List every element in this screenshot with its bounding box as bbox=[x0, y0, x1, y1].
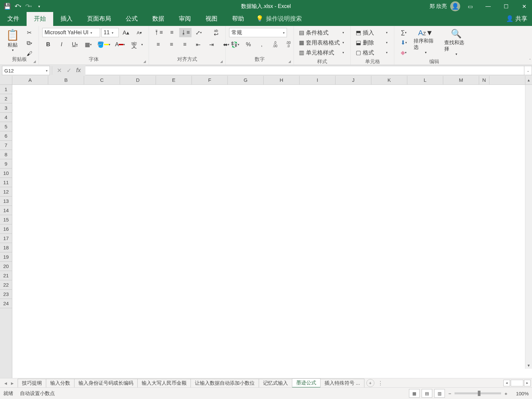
increase-indent-button[interactable]: ⇥ bbox=[205, 40, 217, 49]
clipboard-dialog-launcher[interactable]: ◢ bbox=[33, 60, 36, 63]
format-as-table-button[interactable]: ▦ 套用表格格式▾ bbox=[297, 38, 346, 47]
tab-page-layout[interactable]: 页面布局 bbox=[80, 12, 118, 26]
tab-nav-prev-icon[interactable]: ◂ bbox=[3, 380, 9, 386]
percent-format-button[interactable]: % bbox=[242, 40, 254, 49]
zoom-in-button[interactable]: + bbox=[504, 391, 507, 396]
row-header[interactable]: 24 bbox=[0, 299, 12, 308]
enter-formula-button[interactable]: ✓ bbox=[66, 67, 71, 74]
row-header[interactable]: 7 bbox=[0, 141, 12, 150]
row-header[interactable]: 8 bbox=[0, 150, 12, 159]
row-header[interactable]: 1 bbox=[0, 85, 12, 94]
column-header[interactable]: B bbox=[48, 76, 84, 84]
minimize-button[interactable]: — bbox=[480, 0, 496, 13]
increase-font-button[interactable]: A▴ bbox=[120, 28, 132, 37]
italic-button[interactable]: I bbox=[56, 40, 67, 49]
vertical-scrollbar[interactable]: ▼ bbox=[525, 85, 532, 369]
tab-insert[interactable]: 插入 bbox=[53, 12, 80, 26]
row-header[interactable]: 6 bbox=[0, 131, 12, 141]
underline-button[interactable]: U▾ bbox=[69, 40, 81, 49]
redo-button[interactable]: ↷▾ bbox=[24, 2, 33, 11]
row-header[interactable]: 12 bbox=[0, 187, 12, 197]
collapse-ribbon-button[interactable]: ˆ bbox=[529, 59, 531, 63]
row-header[interactable]: 13 bbox=[0, 197, 12, 206]
name-box[interactable]: G12▾ bbox=[2, 66, 50, 75]
sheet-tab-1[interactable]: 技巧提纲 bbox=[18, 379, 46, 387]
close-button[interactable]: ✕ bbox=[516, 0, 532, 13]
cells-grid[interactable] bbox=[12, 85, 532, 378]
tab-help[interactable]: 帮助 bbox=[225, 12, 251, 26]
align-top-button[interactable]: ⭱≡ bbox=[152, 28, 165, 37]
orientation-button[interactable]: ⤢▾ bbox=[193, 28, 205, 37]
autosum-button[interactable]: ∑▾ bbox=[398, 28, 410, 37]
accounting-format-button[interactable]: 💱▾ bbox=[229, 40, 241, 49]
increase-decimal-button[interactable]: .0.00 bbox=[269, 40, 281, 49]
tab-file[interactable]: 文件 bbox=[0, 12, 27, 26]
tab-nav-next-icon[interactable]: ▸ bbox=[9, 380, 15, 386]
page-break-view-button[interactable]: ▥ bbox=[434, 389, 445, 398]
cell-styles-button[interactable]: ▥ 单元格样式▾ bbox=[297, 48, 346, 57]
borders-button[interactable]: ▦▾ bbox=[82, 40, 94, 49]
column-header[interactable]: L bbox=[407, 76, 443, 84]
sheet-tab-3[interactable]: 输入身份证号码或长编码 bbox=[74, 379, 138, 387]
normal-view-button[interactable]: ▦ bbox=[409, 389, 420, 398]
tab-formulas[interactable]: 公式 bbox=[118, 12, 145, 26]
tab-review[interactable]: 审阅 bbox=[172, 12, 198, 26]
scroll-track[interactable] bbox=[511, 380, 523, 386]
font-name-combo[interactable]: Microsoft YaHei UI▾ bbox=[42, 28, 100, 37]
sheet-tab-options-button[interactable]: ⋮ bbox=[378, 380, 383, 386]
ribbon-display-options-button[interactable]: ▭ bbox=[462, 0, 478, 13]
decrease-font-button[interactable]: A▾ bbox=[133, 28, 145, 37]
delete-cells-button[interactable]: ⬓ 删除▾ bbox=[354, 38, 389, 47]
maximize-button[interactable]: ☐ bbox=[498, 0, 514, 13]
bold-button[interactable]: B bbox=[42, 40, 54, 49]
conditional-format-button[interactable]: ▤ 条件格式▾ bbox=[297, 28, 346, 37]
comma-format-button[interactable]: , bbox=[256, 40, 268, 49]
insert-function-button[interactable]: fx bbox=[76, 67, 81, 74]
zoom-out-button[interactable]: − bbox=[448, 391, 451, 396]
column-header[interactable]: H bbox=[264, 76, 300, 84]
column-header[interactable]: J bbox=[335, 76, 371, 84]
sheet-tab-nav[interactable]: ◂▸ bbox=[0, 380, 18, 386]
row-header[interactable]: 9 bbox=[0, 159, 12, 169]
row-header[interactable]: 3 bbox=[0, 103, 12, 113]
scroll-down-button[interactable]: ▼ bbox=[525, 362, 532, 369]
sheet-tab-5[interactable]: 让输入数据自动添加小数位 bbox=[191, 379, 259, 387]
formula-input[interactable] bbox=[85, 66, 524, 75]
tell-me-search[interactable]: 💡 操作说明搜索 bbox=[253, 15, 305, 26]
decrease-indent-button[interactable]: ⇤ bbox=[192, 40, 204, 49]
save-button[interactable]: 💾 bbox=[3, 2, 12, 11]
align-middle-button[interactable]: ≡ bbox=[166, 28, 178, 37]
horizontal-scrollbar[interactable]: ◂ ▸ bbox=[503, 380, 532, 386]
scroll-right-button[interactable]: ▸ bbox=[524, 380, 531, 386]
column-header[interactable]: M bbox=[443, 76, 479, 84]
row-header[interactable]: 14 bbox=[0, 206, 12, 215]
zoom-thumb[interactable] bbox=[478, 391, 480, 396]
user-avatar-icon[interactable]: 👤 bbox=[450, 1, 460, 11]
row-header[interactable]: 23 bbox=[0, 290, 12, 299]
fill-color-button[interactable]: 🪣▾ bbox=[95, 40, 112, 49]
scroll-up-button[interactable]: ▲ bbox=[525, 76, 532, 84]
paste-button[interactable]: 📋 粘贴 ▾ bbox=[3, 28, 22, 53]
row-header[interactable]: 5 bbox=[0, 122, 12, 131]
row-header[interactable]: 22 bbox=[0, 280, 12, 290]
format-cells-button[interactable]: ▢ 格式▾ bbox=[354, 48, 389, 57]
scroll-left-button[interactable]: ◂ bbox=[503, 380, 510, 386]
fill-button[interactable]: ⬇▾ bbox=[398, 38, 410, 47]
insert-cells-button[interactable]: ⬒ 插入▾ bbox=[354, 28, 389, 37]
decrease-decimal-button[interactable]: .00.0 bbox=[282, 40, 294, 49]
column-header[interactable]: D bbox=[120, 76, 156, 84]
cancel-formula-button[interactable]: ✕ bbox=[57, 67, 62, 74]
undo-button[interactable]: ↶▾ bbox=[13, 2, 23, 11]
column-header[interactable]: E bbox=[156, 76, 192, 84]
row-header[interactable]: 2 bbox=[0, 94, 12, 103]
row-header[interactable]: 15 bbox=[0, 215, 12, 224]
wrap-text-button[interactable]: ab↩ bbox=[210, 28, 222, 37]
zoom-level-label[interactable]: 100% bbox=[511, 391, 529, 396]
column-header[interactable]: G bbox=[228, 76, 264, 84]
column-header[interactable]: F bbox=[192, 76, 228, 84]
align-right-button[interactable]: ≡ bbox=[179, 40, 191, 49]
font-color-button[interactable]: A▾ bbox=[113, 40, 127, 49]
select-all-button[interactable] bbox=[0, 76, 12, 84]
column-header[interactable]: I bbox=[300, 76, 335, 84]
row-header[interactable]: 16 bbox=[0, 224, 12, 234]
